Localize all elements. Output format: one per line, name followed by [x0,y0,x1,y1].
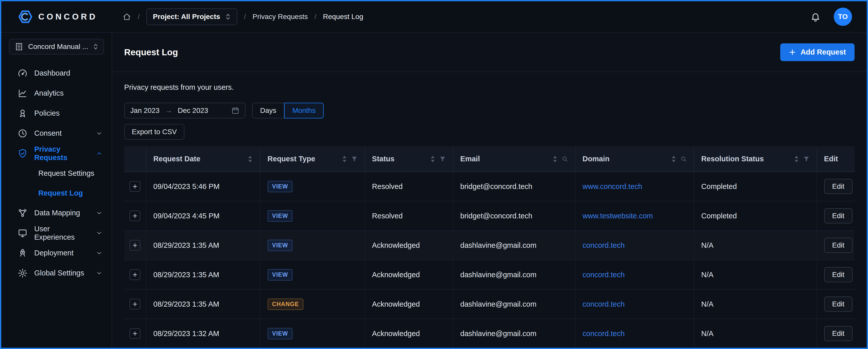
sidebar-item-privacy-requests[interactable]: Privacy Requests [1,143,112,163]
select-chevrons-icon [93,43,98,50]
sort-icon[interactable] [552,156,558,163]
cell-request-type: VIEW [260,172,365,201]
chevron-down-icon [96,270,102,277]
user-avatar[interactable]: TO [834,8,852,26]
edit-button[interactable]: Edit [824,326,852,341]
gear-icon [18,268,28,278]
sort-icon[interactable] [342,156,347,163]
clock-icon [18,128,28,138]
page-header: Request Log Add Request [112,33,867,72]
export-csv-button[interactable]: Export to CSV [124,124,184,140]
cell-domain: concord.tech [575,289,694,319]
expand-column-header [124,146,146,172]
column-header-status[interactable]: Status [365,146,453,172]
sidebar-item-policies[interactable]: Policies [1,103,112,123]
edit-button[interactable]: Edit [824,296,852,312]
page-subtitle: Privacy requests from your users. [124,83,855,92]
sort-icon[interactable] [430,156,436,163]
notifications-bell-icon[interactable] [810,12,820,22]
sort-icon[interactable] [794,156,799,163]
expand-row-button[interactable]: + [130,269,140,280]
cell-status: Acknowledged [365,230,453,260]
sidebar-subitem-request-log[interactable]: Request Log [1,183,112,203]
project-selector[interactable]: Project: All Projects [146,8,238,25]
sidebar-item-user-experiences[interactable]: User Experiences [1,223,112,243]
breadcrumb-privacy-requests[interactable]: Privacy Requests [253,13,308,21]
cell-email: dashlavine@gmail.com [453,230,575,260]
cell-email: bridget@concord.tech [453,201,575,230]
column-header-domain[interactable]: Domain [575,146,694,172]
domain-link[interactable]: www.concord.tech [583,182,642,190]
domain-link[interactable]: www.testwebsite.com [583,212,653,220]
expand-row-button[interactable]: + [130,328,140,339]
expand-row-button[interactable]: + [130,211,140,221]
search-icon[interactable] [681,156,687,162]
cell-request-type: VIEW [260,230,365,260]
days-toggle-button[interactable]: Days [252,103,284,119]
sort-icon[interactable] [247,156,253,163]
cell-edit: Edit [817,230,855,260]
column-header-edit: Edit [817,146,855,172]
edit-button[interactable]: Edit [824,208,852,223]
domain-link[interactable]: concord.tech [583,241,625,249]
filter-icon[interactable] [351,156,358,162]
page-title: Request Log [124,47,178,57]
expand-row-button[interactable]: + [130,181,140,192]
column-header-email[interactable]: Email [453,146,575,172]
cell-domain: concord.tech [575,260,694,289]
breadcrumb-separator: / [314,13,316,21]
domain-link[interactable]: concord.tech [583,329,625,338]
domain-link[interactable]: concord.tech [583,300,625,308]
home-icon[interactable] [123,12,131,21]
main-content: Request Log Add Request Privacy requests… [112,33,867,348]
monitor-icon [18,228,28,238]
rocket-icon [18,248,28,258]
filter-icon[interactable] [440,156,446,162]
cell-request-date: 08/29/2023 1:32 AM [146,319,260,348]
sidebar-item-dashboard[interactable]: Dashboard [1,63,112,83]
table-body: + 09/04/2023 5:46 PM VIEW Resolved bridg… [124,172,855,348]
sidebar-item-deployment[interactable]: Deployment [1,243,112,263]
column-header-request-date[interactable]: Request Date [146,146,260,172]
cell-resolution-status: N/A [694,289,817,319]
search-icon[interactable] [562,156,568,162]
cell-resolution-status: Completed [694,172,817,201]
sidebar-item-global-settings[interactable]: Global Settings [1,263,112,283]
edit-button[interactable]: Edit [824,179,852,194]
months-toggle-button[interactable]: Months [284,103,324,119]
add-request-button[interactable]: Add Request [780,43,855,61]
app-window: CONCORD / Project: All Projects / Privac… [0,0,868,349]
workspace-selector[interactable]: Concord Manual ... [9,39,104,55]
sidebar-item-data-mapping[interactable]: Data Mapping [1,203,112,223]
date-range-picker[interactable]: Jan 2023 → Dec 2023 [124,103,246,119]
cell-edit: Edit [817,289,855,319]
table-row: + 08/29/2023 1:35 AM VIEW Acknowledged d… [124,230,855,260]
table-row: + 09/04/2023 4:45 PM VIEW Resolved bridg… [124,201,855,230]
table-row: + 08/29/2023 1:32 AM VIEW Acknowledged d… [124,319,855,348]
date-range-end[interactable]: Dec 2023 [178,106,208,115]
expand-row-button[interactable]: + [130,240,140,251]
expand-row-button[interactable]: + [130,299,140,310]
edit-button[interactable]: Edit [824,237,852,253]
cell-edit: Edit [817,201,855,230]
sidebar-item-consent[interactable]: Consent [1,123,112,143]
concord-logo-icon [18,10,33,24]
domain-link[interactable]: concord.tech [583,271,625,279]
table-header-row: Request Date [124,146,855,172]
sidebar-subitem-request-settings[interactable]: Request Settings [1,163,112,183]
breadcrumb: / Project: All Projects / Privacy Reques… [110,8,810,25]
cell-request-type: VIEW [260,201,365,230]
date-range-arrow: → [165,106,172,115]
filter-icon[interactable] [803,156,809,162]
edit-button[interactable]: Edit [824,267,852,282]
column-header-resolution-status[interactable]: Resolution Status [694,146,817,172]
table-row: + 08/29/2023 1:35 AM VIEW Acknowledged d… [124,260,855,289]
cell-request-date: 09/04/2023 5:46 PM [146,172,260,201]
sidebar-item-analytics[interactable]: Analytics [1,83,112,103]
cell-email: dashlavine@gmail.com [453,289,575,319]
cell-resolution-status: N/A [694,260,817,289]
breadcrumb-separator: / [244,13,246,21]
column-header-request-type[interactable]: Request Type [260,146,365,172]
date-range-start[interactable]: Jan 2023 [130,106,159,115]
sort-icon[interactable] [671,156,677,163]
